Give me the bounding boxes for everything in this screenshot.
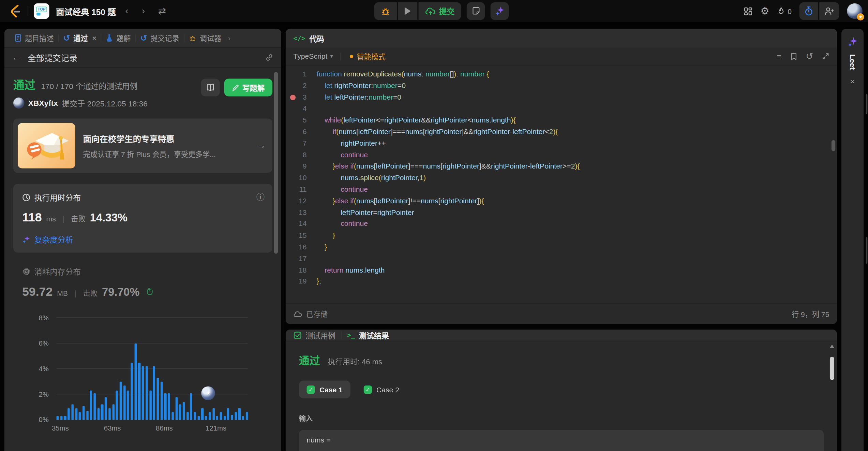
- sparkles-icon: [495, 6, 505, 16]
- cloud-upload-icon: [425, 7, 436, 15]
- submit-button[interactable]: 提交: [419, 2, 461, 20]
- leet-ai-rail: Leet ×: [841, 29, 864, 451]
- middle-column: </> 代码 TypeScript ▾ 智能模式 ≡: [286, 29, 837, 451]
- runtime-card[interactable]: 执行用时分布 ⓘ 118 ms | 击败 14.33% 复杂度分析: [13, 184, 272, 252]
- bookmark-button[interactable]: [790, 52, 797, 60]
- username[interactable]: XBXyftx: [28, 99, 58, 107]
- clock-icon: [22, 193, 30, 201]
- stopwatch-icon: [804, 6, 813, 16]
- run-controls: 提交: [374, 2, 509, 20]
- tab-debugger[interactable]: 调试器: [184, 33, 226, 43]
- editor-scrollbar[interactable]: [832, 140, 835, 151]
- divider: [341, 331, 342, 339]
- note-icon: [472, 6, 480, 15]
- test-result-body: 通过 执行用时: 46 ms ✓ Case 1 ✓ Case 2 输入: [286, 341, 837, 451]
- page-scrollbar-segment[interactable]: [866, 94, 867, 114]
- memory-section[interactable]: 消耗内存分布 59.72 MB | 击败 79.70%: [13, 266, 272, 299]
- page-title: 面试经典 150 题: [56, 5, 116, 17]
- tab-accepted[interactable]: ↺ 通过 ×: [59, 33, 101, 43]
- shuffle-button[interactable]: ⇄: [154, 5, 170, 17]
- timer-button[interactable]: [799, 2, 818, 20]
- orange-dot-icon: [350, 55, 354, 58]
- cloud-icon: [294, 310, 302, 317]
- user-avatar[interactable]: ★: [847, 3, 862, 19]
- page-scrollbar-segment[interactable]: [866, 237, 867, 264]
- runtime-distribution-chart[interactable]: 0%2%4%6%8% ★ 35ms63ms86ms121ms: [13, 314, 272, 434]
- streak-counter[interactable]: 0: [777, 6, 792, 15]
- editor-status-bar: 已存储 行 9，列 75: [286, 303, 837, 324]
- ai-assistant-button[interactable]: [491, 2, 509, 20]
- divider: [28, 6, 28, 16]
- code-lines[interactable]: function removeDuplicates(nums: number[]…: [317, 69, 837, 303]
- close-icon[interactable]: ×: [850, 76, 855, 86]
- left-panel-scrollbar[interactable]: [274, 72, 278, 254]
- info-icon[interactable]: ⓘ: [256, 191, 265, 202]
- settings-gear-button[interactable]: ⚙: [760, 5, 769, 17]
- flame-icon: [777, 6, 785, 15]
- testcases-passed: 170 / 170 个通过的测试用例: [41, 80, 137, 91]
- run-button[interactable]: [398, 2, 417, 20]
- back-link-label[interactable]: 全部提交记录: [28, 52, 77, 63]
- language-selector[interactable]: TypeScript ▾: [294, 52, 333, 60]
- format-code-button[interactable]: ≡: [777, 52, 781, 61]
- left-panel-tabs: 题目描述 ↺ 通过 × 题解 ↺ 提交记录: [4, 29, 281, 47]
- avatar: [13, 98, 24, 108]
- fullscreen-button[interactable]: [822, 53, 829, 60]
- test-runtime-value: 46 ms: [362, 358, 382, 366]
- tabs-overflow-chevron[interactable]: ›: [228, 33, 231, 42]
- check-icon: ✓: [364, 385, 372, 393]
- back-arrow-icon[interactable]: ←: [12, 52, 21, 62]
- smart-mode-toggle[interactable]: 智能模式: [350, 51, 386, 61]
- submission-user-row: XBXyftx 提交于 2025.12.05 18:36: [13, 98, 272, 108]
- memory-title-row: 消耗内存分布: [22, 266, 264, 277]
- play-icon: [405, 7, 411, 15]
- tab-test-result[interactable]: >_ 测试结果: [347, 330, 389, 340]
- memory-value: 59.72: [22, 285, 53, 299]
- invite-button[interactable]: [819, 2, 839, 20]
- line-numbers: 12345678910111213141516171819: [286, 69, 317, 303]
- next-question-button[interactable]: ›: [138, 5, 149, 16]
- leet-ai-label[interactable]: Leet: [848, 54, 856, 70]
- case-2-button[interactable]: ✓ Case 2: [356, 380, 407, 398]
- chart-bars: [57, 318, 248, 420]
- copy-link-icon[interactable]: [265, 53, 273, 61]
- close-icon[interactable]: ×: [92, 34, 96, 42]
- leetcode-logo-icon[interactable]: [9, 4, 22, 18]
- runtime-value-row: 118 ms | 击败 14.33%: [22, 210, 264, 225]
- top-bar-right: ⚙ 0 ★: [743, 2, 863, 20]
- case-1-button[interactable]: ✓ Case 1: [299, 380, 350, 398]
- input-value-box[interactable]: nums =: [299, 430, 824, 451]
- notes-button[interactable]: [467, 2, 485, 20]
- chart-user-marker[interactable]: ★: [201, 386, 215, 400]
- study-plan-icon[interactable]: TOP: [34, 3, 49, 19]
- runtime-title-row: 执行用时分布: [22, 192, 264, 203]
- submission-actions: 写题解: [201, 79, 272, 97]
- student-promo-banner[interactable]: 面向在校学生的专享特惠 完成认证享 7 折 Plus 会员，享受更多学... →: [13, 118, 272, 173]
- apps-grid-button[interactable]: [743, 6, 753, 16]
- streak-count: 0: [788, 7, 792, 15]
- debug-button[interactable]: [374, 2, 397, 20]
- view-solution-book-button[interactable]: [201, 79, 220, 97]
- timer-group: [799, 2, 839, 20]
- test-status-row: 通过 执行用时: 46 ms: [299, 352, 824, 367]
- test-panel-scrollbar[interactable]: [829, 344, 835, 451]
- submit-label: 提交: [439, 5, 454, 16]
- complexity-analysis-link[interactable]: 复杂度分析: [22, 234, 264, 245]
- prev-question-button[interactable]: ‹: [121, 5, 132, 16]
- write-solution-button[interactable]: 写题解: [224, 79, 272, 97]
- reset-code-button[interactable]: ↺: [806, 51, 813, 61]
- arrow-right-icon: →: [252, 141, 266, 150]
- terminal-icon: >_: [347, 331, 355, 339]
- sparkles-icon[interactable]: [847, 37, 858, 47]
- tab-submissions[interactable]: ↺ 提交记录: [136, 33, 184, 43]
- code-area[interactable]: 12345678910111213141516171819 function r…: [286, 66, 837, 303]
- submission-detail: 通过 170 / 170 个通过的测试用例 XBXyftx 提交于 2025.1…: [4, 68, 281, 451]
- tab-solutions[interactable]: 题解: [101, 33, 135, 43]
- input-label: 输入: [299, 413, 824, 423]
- scroll-up-arrow[interactable]: [830, 345, 834, 348]
- person-add-icon: [824, 6, 834, 15]
- tab-problem-description[interactable]: 题目描述: [10, 33, 58, 43]
- tab-testcases[interactable]: 测试用例: [294, 330, 335, 340]
- scroll-thumb[interactable]: [830, 357, 834, 380]
- cursor-position[interactable]: 行 9，列 75: [792, 308, 829, 319]
